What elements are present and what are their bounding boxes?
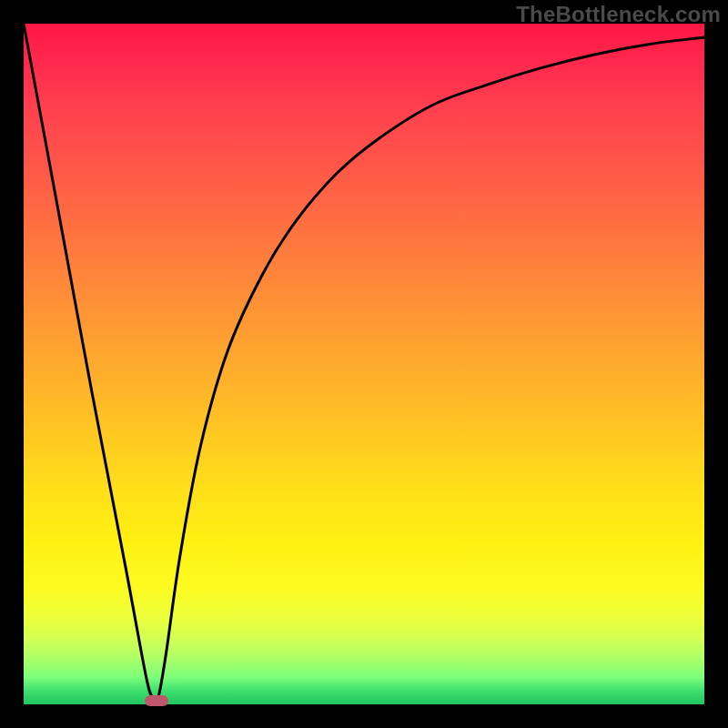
chart-frame: TheBottleneck.com	[0, 0, 728, 728]
watermark-text: TheBottleneck.com	[516, 2, 721, 27]
plot-area	[24, 24, 704, 704]
minimum-marker	[145, 695, 168, 706]
bottleneck-curve	[24, 24, 704, 704]
